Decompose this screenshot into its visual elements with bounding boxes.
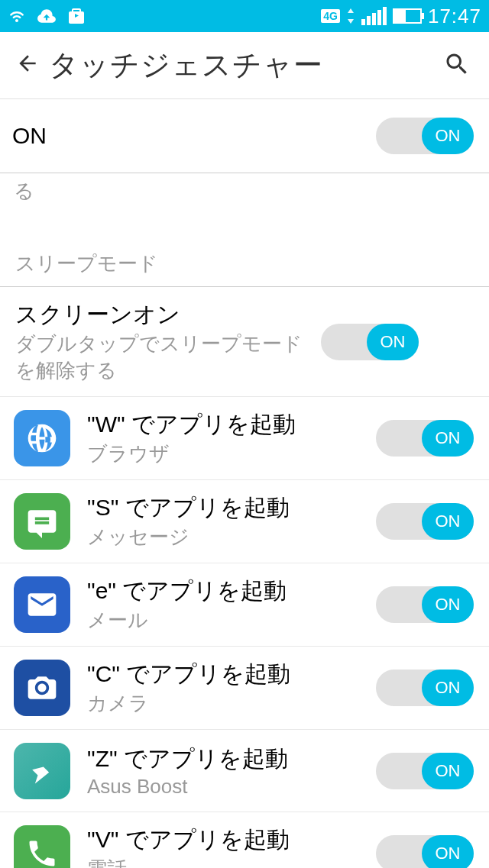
gesture-s-toggle[interactable]: ON [376,503,474,540]
toggle-knob-label: ON [422,670,474,706]
status-right-icons: 4G 17:47 [321,5,481,28]
gesture-c-row[interactable]: "C" でアプリを起動 カメラ ON [0,647,489,730]
gesture-title: "V" でアプリを起動 [87,824,376,854]
wifi-icon [8,7,26,25]
mail-icon [14,576,70,633]
screen-on-row[interactable]: スクリーンオン ダブルタップでスリープモードを解除する ON [0,287,489,397]
boost-icon [14,743,70,799]
cutoff-text: る [0,173,489,205]
toggle-knob-label: ON [422,835,474,868]
gesture-v-toggle[interactable]: ON [376,835,474,868]
gesture-subtitle: メッセージ [87,524,376,550]
gesture-subtitle: カメラ [87,690,376,717]
toggle-knob-label: ON [422,753,474,789]
cloud-upload-icon [37,6,57,26]
sleep-mode-section-header: スリープモード [0,205,489,287]
gesture-w-toggle[interactable]: ON [376,420,474,457]
gesture-c-toggle[interactable]: ON [376,670,474,706]
signal-icon [361,7,387,25]
camera-icon [14,660,70,716]
app-header: タッチジェスチャー [0,32,489,99]
gesture-title: "Z" でアプリを起動 [87,744,376,773]
phone-icon [14,825,70,868]
status-bar: 4G 17:47 [0,0,489,32]
status-left-icons [8,6,86,26]
master-toggle-label: ON [12,123,47,149]
toggle-knob-label: ON [422,503,474,540]
gesture-e-row[interactable]: "e" でアプリを起動 メール ON [0,563,489,647]
toggle-knob-label: ON [422,586,474,623]
gesture-subtitle: ブラウザ [87,440,376,467]
screen-on-title: スクリーンオン [15,299,321,329]
toggle-knob-label: ON [367,324,419,360]
gesture-title: "S" でアプリを起動 [87,492,376,522]
gesture-w-row[interactable]: "W" でアプリを起動 ブラウザ ON [0,397,489,480]
gesture-z-row[interactable]: "Z" でアプリを起動 Asus Boost ON [0,730,489,812]
gesture-e-toggle[interactable]: ON [376,586,474,623]
gesture-v-row[interactable]: "V" でアプリを起動 電話 ON [0,812,489,868]
back-button[interactable] [12,48,49,82]
page-title: タッチジェスチャー [49,46,437,85]
network-4g-icon: 4G [321,9,340,23]
toggle-knob-label: ON [422,420,474,457]
status-time: 17:47 [428,5,481,28]
gesture-s-row[interactable]: "S" でアプリを起動 メッセージ ON [0,480,489,563]
play-store-icon [67,7,86,25]
battery-icon [393,8,422,24]
gesture-z-toggle[interactable]: ON [376,753,474,789]
data-arrows-icon [346,8,355,24]
message-icon [14,493,70,550]
toggle-knob-label: ON [422,118,474,154]
master-toggle-row: ON ON [0,99,489,173]
gesture-subtitle: 電話 [87,856,376,868]
screen-on-toggle[interactable]: ON [321,324,419,360]
gesture-title: "e" でアプリを起動 [87,576,376,605]
search-button[interactable] [437,44,477,87]
gesture-subtitle: メール [87,607,376,634]
browser-icon [14,410,70,466]
gesture-title: "C" でアプリを起動 [87,659,376,689]
gesture-subtitle: Asus Boost [87,775,376,799]
master-toggle[interactable]: ON [376,118,474,154]
gesture-title: "W" でアプリを起動 [87,409,376,439]
screen-on-subtitle: ダブルタップでスリープモードを解除する [15,331,321,384]
